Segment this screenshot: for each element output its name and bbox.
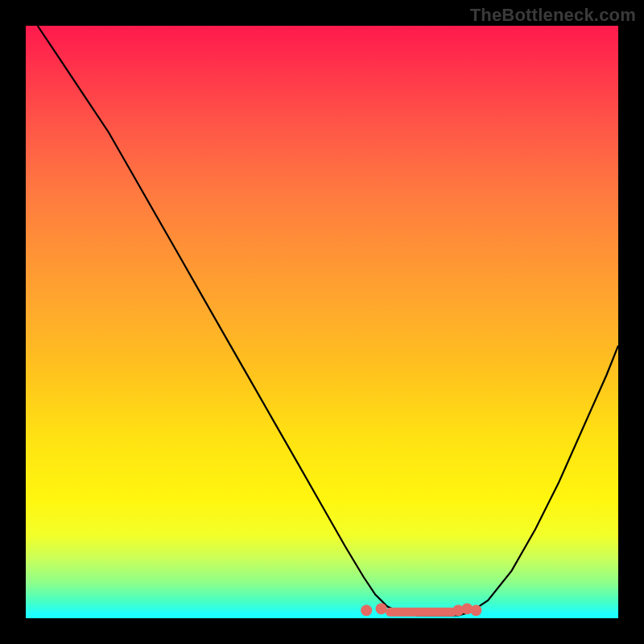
plot-area <box>26 26 618 618</box>
highlight-dot <box>470 605 481 616</box>
chart-frame: TheBottleneck.com <box>0 0 644 644</box>
watermark-text: TheBottleneck.com <box>470 5 636 26</box>
highlight-dot <box>376 603 387 614</box>
bottleneck-curve-path <box>38 26 618 615</box>
highlight-dot <box>361 605 372 616</box>
chart-svg <box>26 26 618 618</box>
